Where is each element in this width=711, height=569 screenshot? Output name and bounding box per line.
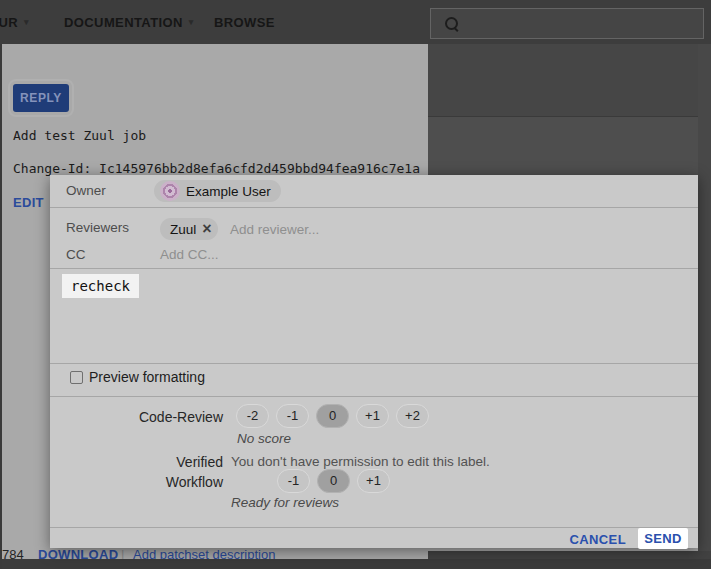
search-box[interactable] [430, 8, 704, 39]
reviewer-chip[interactable]: Zuul × [160, 218, 218, 240]
dimmed-right-edge [698, 44, 711, 569]
score-minus-2-button[interactable]: -2 [236, 404, 269, 428]
workflow-plus-1-button[interactable]: +1 [357, 469, 390, 493]
divider [50, 527, 698, 528]
workflow-zero-button[interactable]: 0 [317, 469, 350, 493]
commit-change-id: Change-Id: Ic145976bb2d8efa6cfd2d459bbd9… [13, 161, 420, 176]
nav-item-browse[interactable]: BROWSE [214, 0, 275, 44]
code-review-score-buttons: -2 -1 0 +1 +2 [236, 404, 429, 428]
code-review-note: No score [237, 431, 291, 446]
reviewer-chip-label: Zuul [170, 222, 196, 237]
preview-formatting-label: Preview formatting [89, 369, 205, 385]
cancel-button[interactable]: CANCEL [569, 532, 626, 547]
remove-reviewer-icon[interactable]: × [202, 221, 211, 237]
topbar: OUR ▾ DOCUMENTATION ▾ BROWSE [0, 0, 711, 44]
divider [50, 396, 698, 397]
edit-link[interactable]: EDIT [13, 195, 44, 210]
nav-browse-label: BROWSE [214, 15, 275, 30]
reviewers-label: Reviewers [66, 220, 129, 235]
cc-label: CC [66, 247, 86, 262]
search-icon [443, 15, 461, 33]
score-zero-button[interactable]: 0 [316, 404, 349, 428]
add-cc-input[interactable]: Add CC... [160, 247, 219, 262]
dimmed-page-region-upper [428, 44, 711, 116]
divider [50, 207, 698, 208]
owner-chip-label: Example User [186, 184, 271, 199]
nav-documentation-label: DOCUMENTATION [64, 15, 183, 30]
verified-permission-message: You don't have permission to edit this l… [231, 454, 490, 469]
nav-our-label: OUR [0, 15, 18, 30]
divider [50, 363, 698, 364]
workflow-label: Workflow [50, 474, 223, 490]
score-plus-1-button[interactable]: +1 [356, 404, 389, 428]
dimmed-page-region-lower [428, 116, 711, 175]
score-minus-1-button[interactable]: -1 [276, 404, 309, 428]
reply-dialog: Owner Example User Reviewers Zuul × Add … [50, 175, 698, 548]
chevron-down-icon: ▾ [189, 17, 194, 27]
verified-label: Verified [50, 454, 223, 470]
workflow-minus-1-button[interactable]: -1 [277, 469, 310, 493]
score-plus-2-button[interactable]: +2 [396, 404, 429, 428]
window-left-edge [0, 0, 2, 569]
avatar [160, 181, 180, 201]
search-input[interactable] [461, 9, 703, 38]
nav-item-documentation[interactable]: DOCUMENTATION ▾ [64, 0, 194, 44]
reply-button[interactable]: REPLY [13, 84, 69, 112]
dimmed-bottom-strip [0, 559, 711, 569]
chevron-down-icon: ▾ [24, 17, 29, 27]
owner-label: Owner [66, 183, 106, 198]
message-text: recheck [62, 274, 139, 298]
add-reviewer-input[interactable]: Add reviewer... [230, 222, 319, 237]
nav-item-our[interactable]: OUR ▾ [0, 0, 29, 44]
gerrit-change-screen: OUR ▾ DOCUMENTATION ▾ BROWSE REPLY Add t… [0, 0, 711, 569]
code-review-label: Code-Review [50, 409, 223, 425]
preview-formatting-checkbox[interactable] [70, 371, 83, 384]
owner-chip[interactable]: Example User [154, 180, 281, 202]
send-button[interactable]: SEND [638, 528, 688, 549]
workflow-score-buttons: -1 0 +1 [277, 469, 390, 493]
workflow-note: Ready for reviews [231, 495, 339, 510]
commit-subject: Add test Zuul job [13, 128, 146, 143]
message-textarea[interactable]: recheck [50, 269, 698, 363]
